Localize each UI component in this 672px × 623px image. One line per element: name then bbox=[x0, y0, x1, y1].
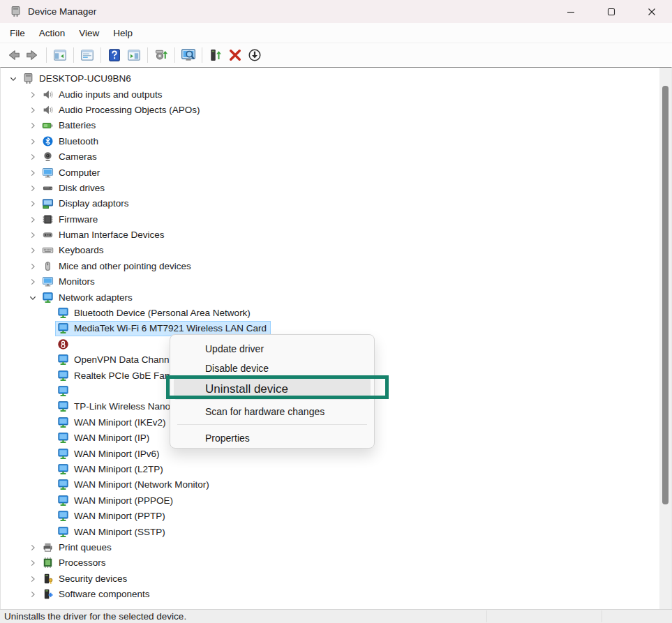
scrollbar-thumb[interactable] bbox=[662, 86, 669, 504]
tree-item[interactable]: WAN Miniport (PPTP) bbox=[55, 509, 170, 524]
chevron-collapsed-icon[interactable] bbox=[26, 573, 40, 585]
show-action-pane-button[interactable] bbox=[125, 46, 143, 64]
tree-row: DESKTOP-UCU9BN6 bbox=[1, 71, 671, 87]
tree-item[interactable]: WAN Miniport (IPv6) bbox=[55, 446, 164, 462]
show-console-tree-icon bbox=[53, 48, 67, 62]
tree-item[interactable]: Audio Processing Objects (APOs) bbox=[40, 103, 204, 118]
tree-item[interactable]: Display adaptors bbox=[40, 196, 133, 211]
minimize-button[interactable] bbox=[551, 0, 591, 23]
chevron-collapsed-icon[interactable] bbox=[26, 261, 40, 272]
update-driver-button[interactable] bbox=[207, 46, 225, 64]
tree-item-label: Bluetooth Device (Personal Area Network) bbox=[74, 308, 251, 318]
tree-item[interactable]: Disk drives bbox=[40, 181, 109, 196]
context-menu-item-scan-for-hardware-changes[interactable]: Scan for hardware changes bbox=[174, 400, 371, 423]
tree-item[interactable]: Security devices bbox=[40, 571, 131, 587]
tree-item[interactable]: Print queues bbox=[40, 540, 116, 555]
tree-item[interactable]: Computer bbox=[40, 165, 104, 181]
tree-row: Bluetooth bbox=[1, 134, 671, 149]
chevron-collapsed-icon[interactable] bbox=[26, 589, 40, 600]
chevron-collapsed-icon[interactable] bbox=[26, 198, 40, 209]
tree-item[interactable]: WAN Miniport (PPPOE) bbox=[55, 493, 177, 509]
vertical-scrollbar[interactable] bbox=[659, 68, 671, 609]
help-icon bbox=[107, 48, 121, 62]
tree-item[interactable]: Cameras bbox=[40, 149, 101, 165]
tree-item[interactable]: Network adapters bbox=[40, 290, 137, 306]
chevron-collapsed-icon[interactable] bbox=[26, 230, 40, 241]
tree-item[interactable]: WAN Miniport (L2TP) bbox=[55, 462, 167, 477]
tree-item[interactable]: Audio inputs and outputs bbox=[40, 87, 167, 103]
menu-action[interactable]: Action bbox=[32, 25, 73, 41]
maximize-icon bbox=[606, 7, 616, 17]
chevron-collapsed-icon[interactable] bbox=[26, 151, 40, 163]
maximize-button[interactable] bbox=[591, 0, 632, 23]
chevron-collapsed-icon[interactable] bbox=[26, 183, 40, 194]
tree-item[interactable]: Keyboards bbox=[40, 243, 108, 258]
tree-item[interactable]: WAN Miniport (Network Monitor) bbox=[55, 477, 214, 493]
back-button[interactable] bbox=[4, 46, 22, 64]
close-button[interactable] bbox=[632, 0, 672, 23]
tree-item-label: Human Interface Devices bbox=[59, 230, 165, 240]
tree-item[interactable]: Mice and other pointing devices bbox=[40, 259, 195, 274]
chevron-collapsed-icon[interactable] bbox=[26, 136, 40, 147]
context-menu-item-disable-device[interactable]: Disable device bbox=[174, 359, 371, 378]
chevron-collapsed-icon[interactable] bbox=[26, 120, 40, 131]
chevron-collapsed-icon[interactable] bbox=[26, 167, 40, 179]
tree-item-label: Batteries bbox=[59, 120, 96, 130]
chevron-collapsed-icon[interactable] bbox=[26, 276, 40, 287]
tree-item[interactable]: TP-Link Wireless Nano bbox=[55, 399, 174, 414]
help-button[interactable] bbox=[105, 46, 124, 64]
tree-item[interactable]: WAN Miniport (IKEv2) bbox=[55, 415, 170, 430]
bluetooth-icon bbox=[42, 135, 54, 147]
display-adapter-icon bbox=[42, 197, 54, 209]
chevron-collapsed-icon[interactable] bbox=[26, 89, 40, 100]
chevron-collapsed-icon[interactable] bbox=[26, 105, 40, 116]
tree-item[interactable]: Firmware bbox=[40, 212, 102, 227]
show-console-tree-button[interactable] bbox=[51, 46, 69, 64]
tree-row: Processors bbox=[1, 555, 671, 571]
network-adapter-icon bbox=[57, 400, 69, 412]
properties-button[interactable] bbox=[78, 46, 96, 64]
statusbar-divider bbox=[602, 610, 602, 622]
context-menu-item-properties[interactable]: Properties bbox=[174, 426, 371, 449]
menu-file[interactable]: File bbox=[3, 25, 32, 41]
printer-icon bbox=[42, 541, 54, 553]
chevron-collapsed-icon[interactable] bbox=[26, 557, 40, 569]
scan-hardware-changes-button[interactable] bbox=[179, 46, 197, 64]
tree-item[interactable]: WAN Miniport (SSTP) bbox=[55, 525, 170, 540]
tree-item[interactable]: WAN Miniport (IP) bbox=[55, 430, 154, 446]
tree-item-label: Computer bbox=[59, 167, 100, 178]
network-adapter-icon bbox=[57, 385, 69, 397]
chevron-expanded-icon[interactable] bbox=[6, 73, 20, 84]
add-drivers-icon bbox=[154, 48, 168, 62]
add-drivers-button[interactable] bbox=[152, 46, 170, 64]
uninstall-device-button[interactable] bbox=[226, 46, 244, 64]
tree-item[interactable]: Monitors bbox=[40, 274, 99, 290]
chevron-collapsed-icon[interactable] bbox=[26, 542, 40, 553]
tree-item[interactable]: DESKTOP-UCU9BN6 bbox=[20, 71, 135, 87]
tree-item-label: WAN Miniport (L2TP) bbox=[74, 464, 163, 474]
tree-item[interactable] bbox=[55, 337, 78, 352]
tree-item[interactable]: Bluetooth bbox=[40, 134, 103, 149]
tree-item-label: OpenVPN Data Chann bbox=[74, 354, 170, 365]
menu-view[interactable]: View bbox=[72, 25, 106, 41]
tree-item[interactable]: Software components bbox=[40, 587, 154, 602]
tree-row: WAN Miniport (PPTP) bbox=[1, 509, 671, 524]
chevron-collapsed-icon[interactable] bbox=[26, 245, 40, 256]
context-menu-item-update-driver[interactable]: Update driver bbox=[174, 339, 371, 359]
tree-item[interactable]: Processors bbox=[40, 555, 110, 571]
chevron-expanded-icon[interactable] bbox=[26, 292, 40, 303]
context-menu-item-uninstall-device[interactable]: Uninstall device bbox=[174, 378, 371, 400]
tree-item[interactable]: OpenVPN Data Chann bbox=[55, 352, 174, 368]
device-manager-icon bbox=[10, 6, 22, 17]
forward-button[interactable] bbox=[24, 46, 42, 64]
tree-item[interactable]: Human Interface Devices bbox=[40, 227, 169, 243]
menu-help[interactable]: Help bbox=[106, 25, 140, 41]
tree-item[interactable]: Bluetooth Device (Personal Area Network) bbox=[55, 306, 255, 321]
chevron-collapsed-icon[interactable] bbox=[26, 214, 40, 225]
tree-item[interactable]: Realtek PCIe GbE Fam bbox=[55, 368, 177, 384]
tree-row: Keyboards bbox=[1, 243, 671, 258]
tree-item[interactable]: Batteries bbox=[40, 118, 100, 133]
tree-item[interactable] bbox=[55, 384, 78, 399]
disable-device-button[interactable] bbox=[246, 46, 264, 64]
tree-item-label: Keyboards bbox=[59, 245, 104, 255]
